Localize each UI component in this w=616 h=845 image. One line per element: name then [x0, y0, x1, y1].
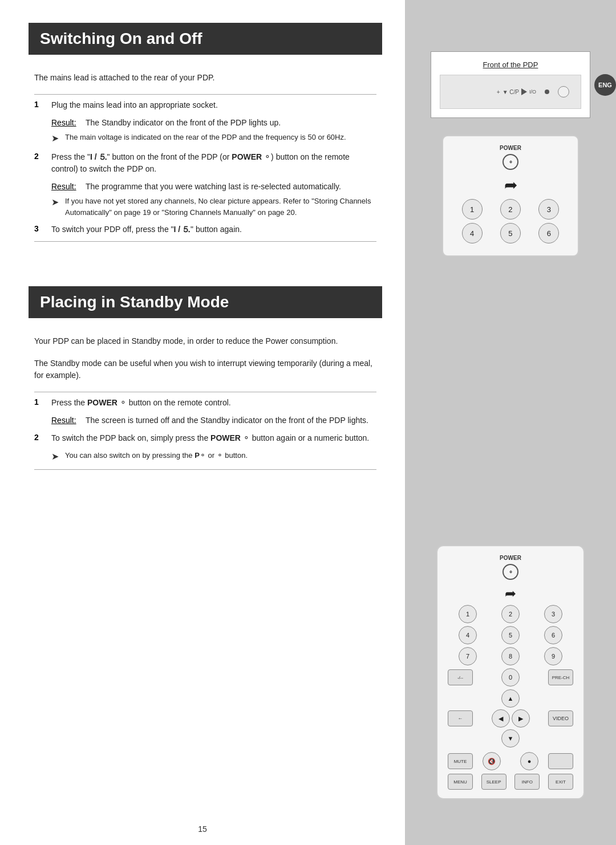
standby-note-1: ➤ You can also switch on by pressing the… — [51, 450, 376, 464]
section-standby: Placing in Standby Mode Your PDP can be … — [34, 286, 376, 470]
note-2: ➤ If you have not yet stored any channel… — [51, 196, 376, 218]
standby-step-num-2: 2 — [34, 432, 51, 442]
step-num-3: 3 — [34, 224, 51, 233]
nav-lr: ◀ ▶ — [492, 709, 530, 728]
standby-result-text-1: The screen is turned off and the Standby… — [86, 415, 368, 426]
btn-info: INFO — [514, 774, 540, 790]
divider-4 — [34, 469, 376, 470]
remote-large-chevron: ➦ — [448, 586, 573, 602]
right-panel: ENG Front of the PDP + ▼ C/P I/O — [405, 0, 616, 845]
note-text-1: The main voltage is indicated on the rea… — [65, 132, 346, 145]
section-switching: Switching On and Off The mains lead is a… — [34, 23, 376, 242]
step-1: 1 Plug the mains lead into an appropriat… — [34, 99, 376, 111]
pdp-io-label: I/O — [529, 89, 536, 95]
intro-text-2a: Your PDP can be placed in Standby mode, … — [34, 335, 376, 347]
step-num-2: 2 — [34, 151, 51, 161]
power-button-large: ⚬ — [502, 564, 518, 580]
btn-2: 2 — [500, 199, 521, 220]
eng-badge: ENG — [594, 74, 616, 96]
pdp-plus: + — [497, 89, 500, 95]
btn-menu: MENU — [448, 774, 473, 790]
btn-right-side — [548, 753, 573, 769]
standby-note-text-1: You can also switch on by pressing the P… — [65, 450, 248, 464]
result-text-1: The Standby indicator on the front of th… — [86, 117, 281, 129]
large-btn-5: 5 — [501, 626, 520, 644]
btn-mute-icon: 🔇 — [483, 752, 501, 770]
standby-step-2-content: To switch the PDP back on, simply press … — [51, 432, 369, 444]
btn-grid-large-top: 1 2 3 4 5 6 7 8 9 — [448, 605, 573, 665]
btn-0: 0 — [501, 668, 520, 686]
nav-left: ◀ — [492, 709, 510, 728]
large-btn-1: 1 — [459, 605, 477, 623]
result-1: Result: The Standby indicator on the fro… — [51, 117, 376, 129]
nav-up: ▲ — [501, 689, 520, 708]
intro-text-2b: The Standby mode can be useful when you … — [34, 358, 376, 381]
large-btn-9: 9 — [544, 647, 562, 665]
btn-ch-vol-left: ← — [448, 710, 473, 726]
step-1-content: Plug the mains lead into an appropriate … — [51, 99, 218, 111]
front-pdp-label: Front of the PDP — [440, 60, 581, 69]
remote-small: POWER ⚬ ➦ 1 2 3 4 5 6 — [442, 135, 579, 257]
btn-6: 6 — [538, 223, 559, 243]
nav-arrows: ▲ ◀ ▶ ▼ — [492, 689, 530, 748]
btn-grid-small: 1 2 3 4 5 6 — [455, 199, 566, 243]
remote-power-label: POWER — [455, 145, 566, 151]
btn-row-chvol: ← ▲ ◀ ▶ ▼ VIDEO — [448, 689, 573, 748]
large-btn-6: 6 — [544, 626, 562, 644]
result-label-2: Result: — [51, 181, 86, 193]
step-2: 2 Press the "I / ⒌" button on the front … — [34, 151, 376, 175]
section-title-2: Placing in Standby Mode — [29, 286, 382, 318]
standby-result-1: Result: The screen is turned off and the… — [51, 415, 376, 426]
large-btn-2: 2 — [501, 605, 520, 623]
btn-prech: PRE-CH — [548, 669, 573, 685]
intro-text-1: The mains lead is attached to the rear o… — [34, 72, 376, 84]
large-btn-3: 3 — [544, 605, 562, 623]
result-label-1: Result: — [51, 117, 86, 129]
arrow-icon-3: ➤ — [51, 450, 65, 464]
arrow-icon-1: ➤ — [51, 132, 65, 145]
btn-nav-2: ● — [520, 752, 538, 770]
front-pdp-container: Front of the PDP + ▼ C/P I/O — [431, 46, 590, 118]
front-pdp-diagram: Front of the PDP + ▼ C/P I/O — [431, 51, 590, 118]
step-2-content: Press the "I / ⒌" button on the front of… — [51, 151, 376, 175]
divider-2 — [34, 241, 376, 242]
standby-step-1-content: Press the POWER ⚬ button on the remote c… — [51, 397, 231, 409]
step-3: 3 To switch your PDP off, press the "I /… — [34, 224, 376, 235]
remote-large-power-label: POWER — [448, 555, 573, 561]
btn-1: 1 — [462, 199, 483, 220]
pdp-button — [558, 86, 569, 98]
btn-5: 5 — [500, 223, 521, 243]
btn-row-bottom: MENU SLEEP INFO EXIT — [448, 774, 573, 790]
divider-3 — [34, 392, 376, 392]
pdp-arrow-icon — [521, 88, 527, 95]
large-btn-8: 8 — [501, 647, 520, 665]
result-text-2: The programme that you were watching las… — [86, 181, 341, 193]
pdp-indicator-dot — [545, 90, 549, 94]
standby-step-1: 1 Press the POWER ⚬ button on the remote… — [34, 397, 376, 409]
btn-mute: MUTE — [448, 753, 473, 769]
btn-sleep: SLEEP — [481, 774, 506, 790]
front-pdp-visual: + ▼ C/P I/O — [440, 75, 581, 109]
divider-1 — [34, 94, 376, 95]
btn-ch-vol-right: VIDEO — [548, 710, 573, 726]
step-3-content: To switch your PDP off, press the "I / ⒌… — [51, 224, 242, 235]
standby-step-2: 2 To switch the PDP back on, simply pres… — [34, 432, 376, 444]
btn-row-special: -/-- 0 PRE-CH — [448, 668, 573, 686]
standby-step-num-1: 1 — [34, 397, 51, 407]
note-text-2: If you have not yet stored any channels,… — [65, 196, 376, 218]
note-1: ➤ The main voltage is indicated on the r… — [51, 132, 376, 145]
result-2: Result: The programme that you were watc… — [51, 181, 376, 193]
main-content: Switching On and Off The mains lead is a… — [0, 0, 405, 845]
btn-4: 4 — [462, 223, 483, 243]
large-btn-7: 7 — [459, 647, 477, 665]
large-btn-4: 4 — [459, 626, 477, 644]
btn-3: 3 — [538, 199, 559, 220]
step-num-1: 1 — [34, 99, 51, 109]
remote-large: POWER ⚬ ➦ 1 2 3 4 5 6 7 8 9 — [436, 545, 585, 799]
btn-minus: -/-- — [448, 669, 473, 685]
remote-large-container: POWER ⚬ ➦ 1 2 3 4 5 6 7 8 9 — [436, 545, 585, 799]
remote-chevron-icon: ➦ — [504, 176, 517, 194]
remote-small-container: POWER ⚬ ➦ 1 2 3 4 5 6 — [442, 135, 579, 257]
page-number: 15 — [198, 824, 207, 834]
btn-exit: EXIT — [548, 774, 573, 790]
